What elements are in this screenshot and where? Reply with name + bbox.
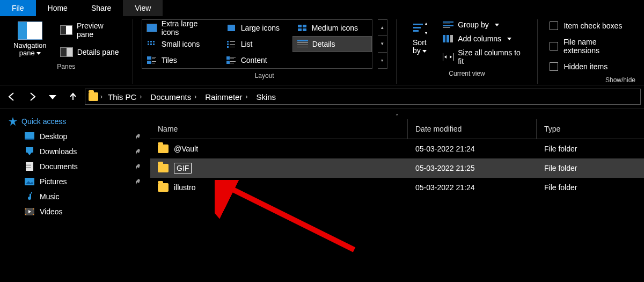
- svg-rect-35: [413, 24, 423, 25]
- column-header-type[interactable]: Type: [537, 119, 644, 139]
- layout-scroll-up[interactable]: ▲: [378, 20, 387, 35]
- column-header-name[interactable]: Name: [150, 119, 408, 139]
- file-name-extensions-toggle[interactable]: File name extensions: [546, 35, 635, 57]
- svg-rect-19: [297, 40, 308, 41]
- svg-marker-52: [9, 117, 17, 126]
- add-columns-button[interactable]: Add columns: [440, 33, 529, 44]
- svg-rect-26: [147, 61, 151, 64]
- group-by-button[interactable]: Group by: [440, 19, 529, 30]
- sidebar-item-desktop[interactable]: Desktop: [3, 129, 147, 144]
- hidden-items-toggle[interactable]: Hidden items: [546, 60, 635, 73]
- svg-marker-56: [27, 153, 32, 155]
- content-icon: [226, 56, 237, 64]
- sort-indicator-up-icon: ⌃: [395, 113, 399, 119]
- sort-by-icon: [411, 21, 428, 38]
- column-header-date[interactable]: Date modified: [408, 119, 537, 139]
- nav-forward-button[interactable]: [24, 88, 41, 105]
- size-columns-icon: [443, 53, 453, 61]
- content-split: Quick access Desktop Dow: [0, 109, 644, 282]
- svg-rect-20: [297, 42, 308, 43]
- nav-recent-button[interactable]: [44, 88, 61, 105]
- layout-list[interactable]: List: [222, 36, 292, 52]
- svg-rect-60: [26, 167, 31, 168]
- svg-rect-53: [25, 132, 34, 139]
- svg-rect-18: [230, 47, 235, 47]
- sidebar-item-pictures[interactable]: Pictures: [3, 174, 147, 189]
- folder-icon: [158, 144, 169, 153]
- breadcrumb-item[interactable]: Documents ›: [147, 92, 200, 102]
- svg-rect-25: [152, 59, 155, 59]
- layout-medium-icons[interactable]: Medium icons: [292, 20, 372, 36]
- svg-rect-15: [227, 44, 229, 45]
- chevron-down-icon: [422, 50, 427, 53]
- layout-small-icons[interactable]: Small icons: [142, 36, 222, 52]
- ribbon-group-show-hide: Item check boxes File name extensions Hi…: [543, 19, 639, 84]
- sidebar-item-label: Music: [40, 192, 60, 201]
- breadcrumb-item[interactable]: Skins: [253, 92, 279, 102]
- preview-pane-button[interactable]: Preview pane: [57, 19, 124, 41]
- svg-rect-32: [226, 61, 230, 64]
- address-bar[interactable]: › This PC › Documents › Rainmeter › Skin…: [85, 89, 641, 105]
- tab-view[interactable]: View: [123, 0, 163, 16]
- svg-rect-54: [25, 139, 34, 140]
- layout-tiles[interactable]: Tiles: [142, 52, 222, 68]
- sidebar-item-videos[interactable]: Videos: [3, 204, 147, 219]
- ribbon-view: Navigation pane Preview pane Details pan…: [0, 16, 644, 85]
- document-icon: [25, 162, 34, 171]
- small-icons-icon: [147, 40, 157, 48]
- svg-rect-3: [298, 25, 302, 27]
- file-type: File folder: [544, 183, 577, 192]
- layout-content[interactable]: Content: [222, 52, 292, 68]
- file-date: 05-03-2022 21:24: [415, 183, 475, 192]
- details-pane-button[interactable]: Details pane: [57, 45, 124, 59]
- svg-marker-50: [450, 55, 452, 59]
- pin-icon: [134, 133, 141, 140]
- details-pane-label: Details pane: [77, 48, 119, 56]
- navigation-pane-label2: pane: [19, 49, 35, 57]
- svg-rect-58: [26, 164, 31, 164]
- video-icon: [25, 207, 34, 216]
- svg-rect-12: [153, 44, 155, 45]
- file-date: 05-03-2022 21:25: [415, 164, 475, 172]
- breadcrumb-item[interactable]: Rainmeter ›: [202, 92, 251, 102]
- nav-up-button[interactable]: [64, 88, 82, 105]
- svg-rect-16: [230, 44, 235, 45]
- sidebar-quick-access[interactable]: Quick access: [3, 114, 147, 129]
- svg-rect-11: [150, 44, 152, 45]
- sidebar-item-music[interactable]: Music: [3, 189, 147, 204]
- item-check-boxes-toggle[interactable]: Item check boxes: [546, 19, 635, 32]
- svg-rect-66: [25, 214, 26, 215]
- breadcrumb-item[interactable]: This PC ›: [105, 92, 145, 102]
- sidebar-item-documents[interactable]: Documents: [3, 159, 147, 174]
- layout-extra-large-icons[interactable]: Extra large icons: [142, 20, 222, 36]
- svg-rect-8: [150, 41, 152, 42]
- nav-back-button[interactable]: [3, 88, 20, 105]
- table-row[interactable]: @Vault 05-03-2022 21:24 File folder: [150, 139, 644, 158]
- svg-rect-31: [230, 59, 234, 59]
- table-row[interactable]: illustro 05-03-2022 21:24 File folder: [150, 178, 644, 197]
- navigation-bar: › This PC › Documents › Rainmeter › Skin…: [0, 85, 644, 109]
- svg-rect-34: [230, 63, 234, 63]
- sort-by-button[interactable]: Sort by: [405, 19, 435, 57]
- folder-icon: [158, 164, 169, 172]
- file-type: File folder: [544, 164, 577, 172]
- svg-rect-36: [413, 27, 421, 28]
- sidebar-item-downloads[interactable]: Downloads: [3, 144, 147, 159]
- layout-large-icons[interactable]: Large icons: [222, 20, 292, 36]
- svg-rect-43: [443, 27, 450, 28]
- table-row[interactable]: GIF 05-03-2022 21:25 File folder: [150, 158, 644, 178]
- svg-rect-42: [443, 25, 453, 26]
- desktop-icon: [25, 132, 34, 141]
- layout-scroll-down[interactable]: ▼: [378, 35, 387, 52]
- layout-scroll-expand[interactable]: ▾: [378, 52, 387, 68]
- tab-home[interactable]: Home: [36, 0, 79, 16]
- group-by-label: Group by: [458, 20, 489, 29]
- rename-input[interactable]: GIF: [174, 163, 192, 173]
- sidebar-item-label: Videos: [40, 207, 63, 216]
- layout-details[interactable]: Details: [292, 36, 372, 52]
- checkbox-icon: [550, 42, 558, 50]
- tab-share[interactable]: Share: [79, 0, 123, 16]
- tab-file[interactable]: File: [0, 0, 36, 16]
- size-all-columns-button[interactable]: Size all columns to fit: [440, 47, 529, 67]
- navigation-pane-button[interactable]: Navigation pane: [9, 19, 52, 60]
